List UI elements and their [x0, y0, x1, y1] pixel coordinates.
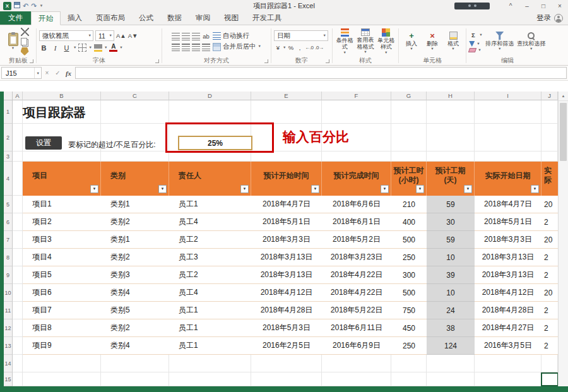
- column-header-F[interactable]: F: [322, 92, 391, 100]
- row-header-11[interactable]: 11: [4, 302, 13, 319]
- percent-style-button[interactable]: %: [287, 43, 295, 52]
- cell-G9[interactable]: 300: [391, 266, 427, 284]
- column-header-G[interactable]: G: [391, 92, 427, 100]
- cell-J10[interactable]: 20: [541, 284, 558, 302]
- ribbon-tab-3[interactable]: 页面布局: [89, 11, 132, 25]
- row-header-4[interactable]: 4: [4, 162, 13, 196]
- settings-button[interactable]: 设置: [25, 136, 62, 150]
- increase-font-button[interactable]: A▲: [116, 31, 126, 40]
- filter-button[interactable]: ▼: [240, 185, 249, 193]
- qat-customize-button[interactable]: ▼: [39, 2, 43, 10]
- ribbon-tab-7[interactable]: 视图: [217, 11, 246, 25]
- cell-J6[interactable]: 2: [541, 213, 558, 231]
- copy-icon[interactable]: [21, 38, 27, 45]
- indent-icon[interactable]: [202, 44, 210, 51]
- cell-H11[interactable]: 24: [427, 302, 475, 319]
- cell-E12[interactable]: 2018年5月3日: [251, 319, 322, 337]
- cell-F8[interactable]: 2018年3月23日: [322, 249, 391, 266]
- table-header-cell-4[interactable]: 预计完成时间▼: [322, 162, 391, 196]
- dialog-launcher-icon[interactable]: [155, 59, 159, 63]
- table-header-cell-8[interactable]: 实际: [541, 162, 558, 196]
- cell-H12[interactable]: 38: [427, 319, 475, 337]
- cell-J11[interactable]: 2: [541, 302, 558, 319]
- align-top-icon[interactable]: [172, 33, 180, 40]
- align-middle-icon[interactable]: [182, 33, 190, 40]
- column-header-B[interactable]: B: [23, 92, 101, 100]
- cell-C10[interactable]: 类别4: [101, 284, 169, 302]
- column-header-J[interactable]: J: [541, 92, 558, 100]
- cell-J7[interactable]: 20: [541, 231, 558, 249]
- cell-F5[interactable]: 2018年6月6日: [322, 196, 391, 213]
- save-button[interactable]: [14, 2, 20, 10]
- cell-H8[interactable]: 10: [427, 249, 475, 266]
- cell-I5[interactable]: 2018年4月7日: [475, 196, 541, 213]
- dropdown-icon[interactable]: ▼: [34, 68, 40, 78]
- cell-C13[interactable]: 类别4: [101, 337, 169, 355]
- format-painter-icon[interactable]: [21, 47, 29, 56]
- format-as-table-button[interactable]: 套用表格格式 ▼: [356, 28, 376, 56]
- cell-F9[interactable]: 2018年4月22日: [322, 266, 391, 284]
- ribbon-tab-8[interactable]: 开发工具: [246, 11, 288, 25]
- dialog-launcher-icon[interactable]: [264, 59, 268, 63]
- cell-B10[interactable]: 项目6: [23, 284, 101, 302]
- table-header-cell-5[interactable]: 预计工时 (小时)▼: [391, 162, 427, 196]
- row-header-1[interactable]: 1: [4, 100, 13, 124]
- select-all-button[interactable]: [4, 92, 13, 100]
- table-header-cell-0[interactable]: 项目▼: [23, 162, 101, 196]
- cell-J13[interactable]: 2: [541, 337, 558, 355]
- filter-button[interactable]: ▼: [90, 185, 98, 193]
- cell-I11[interactable]: 2018年4月28日: [475, 302, 541, 319]
- column-header-D[interactable]: D: [169, 92, 251, 100]
- vertical-scrollbar[interactable]: ▲: [558, 92, 568, 386]
- paste-button[interactable]: ▼: [8, 33, 18, 50]
- cell-I8[interactable]: 2018年3月13日: [475, 249, 541, 266]
- italic-button[interactable]: I: [50, 43, 60, 52]
- row-header-8[interactable]: 8: [4, 249, 13, 266]
- fill-color-button[interactable]: [94, 44, 102, 52]
- cell-J9[interactable]: 2: [541, 266, 558, 284]
- comma-style-button[interactable]: ,: [295, 43, 304, 52]
- cell-D12[interactable]: 员工1: [169, 319, 251, 337]
- cell-F11[interactable]: 2018年5月22日: [322, 302, 391, 319]
- filter-button[interactable]: ▼: [381, 185, 389, 193]
- column-header-H[interactable]: H: [427, 92, 475, 100]
- cell-J12[interactable]: 2: [541, 319, 558, 337]
- redo-button[interactable]: ↷: [31, 2, 37, 10]
- cell-D7[interactable]: 员工2: [169, 231, 251, 249]
- cell-C8[interactable]: 类别2: [101, 249, 169, 266]
- ribbon-tab-4[interactable]: 公式: [132, 11, 160, 25]
- cell-I6[interactable]: 2018年5月1日: [475, 213, 541, 231]
- format-cells-button[interactable]: 格式 ▼: [444, 28, 463, 56]
- cell-B6[interactable]: 项目2: [23, 213, 101, 231]
- filter-button[interactable]: ▼: [531, 185, 539, 193]
- align-left-icon[interactable]: [172, 44, 180, 51]
- signin-button[interactable]: 登录: [536, 11, 568, 25]
- row-header-3[interactable]: 3: [4, 151, 13, 162]
- insert-function-icon[interactable]: fx: [63, 69, 74, 77]
- decrease-decimal-button[interactable]: .0→: [314, 43, 324, 52]
- cell-E11[interactable]: 2018年4月28日: [251, 302, 322, 319]
- cell-H10[interactable]: 10: [427, 284, 475, 302]
- row-header-13[interactable]: 13: [4, 337, 13, 355]
- filter-button[interactable]: ▼: [311, 185, 319, 193]
- cell-F6[interactable]: 2018年6月1日: [322, 213, 391, 231]
- wrap-text-button[interactable]: 自动换行: [213, 32, 261, 40]
- cell-E7[interactable]: 2018年3月3日: [251, 231, 322, 249]
- cell-D8[interactable]: 员工3: [169, 249, 251, 266]
- column-header-E[interactable]: E: [251, 92, 322, 100]
- cell-F12[interactable]: 2018年6月11日: [322, 319, 391, 337]
- row-header-12[interactable]: 12: [4, 319, 13, 337]
- cell-H9[interactable]: 39: [427, 266, 475, 284]
- cell-F10[interactable]: 2018年4月22日: [322, 284, 391, 302]
- dialog-launcher-icon[interactable]: [30, 59, 33, 63]
- cell-B11[interactable]: 项目7: [23, 302, 101, 319]
- cell-F7[interactable]: 2018年5月2日: [322, 231, 391, 249]
- cell-G7[interactable]: 500: [391, 231, 427, 249]
- cell-D13[interactable]: 员工1: [169, 337, 251, 355]
- cell-I7[interactable]: 2018年3月3日: [475, 231, 541, 249]
- cell-B8[interactable]: 项目4: [23, 249, 101, 266]
- ribbon-tab-5[interactable]: 数据: [160, 11, 189, 25]
- maximize-button[interactable]: □: [535, 0, 552, 11]
- font-color-button[interactable]: A: [109, 44, 117, 52]
- cell-B13[interactable]: 项目9: [23, 337, 101, 355]
